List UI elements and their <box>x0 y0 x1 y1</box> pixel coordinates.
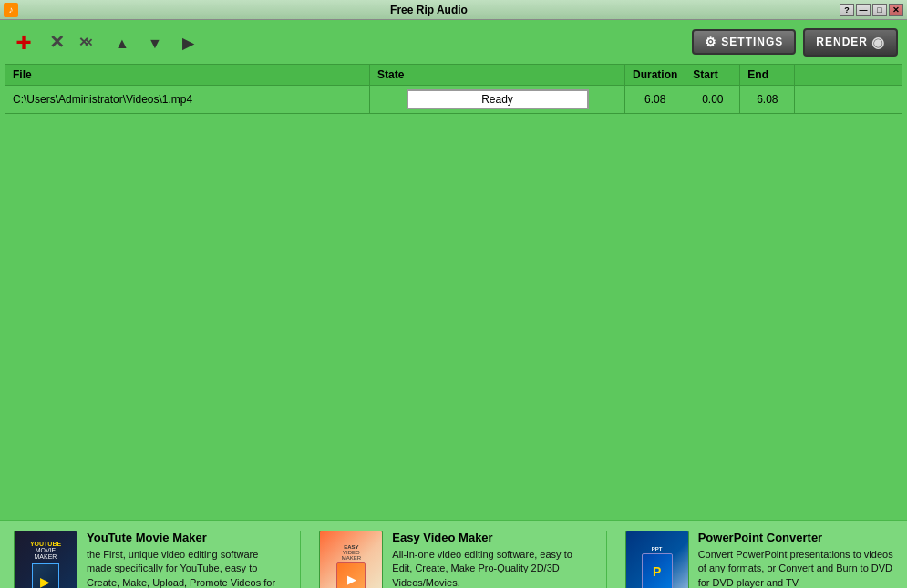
arrow-up-icon <box>115 32 129 53</box>
minimize-button[interactable]: — <box>856 4 871 16</box>
app-icon: ♪ <box>4 3 18 17</box>
ad-ppt-image: PPT P CONVERTER <box>625 531 689 588</box>
maximize-button[interactable]: □ <box>872 4 887 16</box>
toolbar-left: + ✕ ✕✕ <box>9 27 202 57</box>
toolbar-right: ⚙ Settings Render ◉ <box>692 28 898 57</box>
file-table: File State Duration Start End C:\Users\A… <box>5 64 902 114</box>
ad-video-text: Easy Video Maker All-in-one video editin… <box>392 531 587 588</box>
ad-divider-2 <box>606 531 607 588</box>
render-button[interactable]: Render ◉ <box>803 28 898 57</box>
title-bar-controls: ? — □ ✕ <box>840 4 903 16</box>
col-state: State <box>370 65 625 86</box>
ad-video-desc: All-in-one video editing software, easy … <box>392 548 587 588</box>
ad-ppt-title: PowerPoint Converter <box>698 531 893 544</box>
add-file-button[interactable]: + <box>9 27 38 57</box>
state-cell: Ready <box>370 86 625 114</box>
help-button[interactable]: ? <box>840 4 854 16</box>
render-icon: ◉ <box>871 34 885 51</box>
delete-all-button[interactable]: ✕✕ <box>75 27 104 57</box>
ad-ppt-text: PowerPoint Converter Convert PowerPoint … <box>698 531 893 588</box>
close-button[interactable]: ✕ <box>889 4 903 16</box>
ads-area: YOUTUBE MOVIE MAKER ▶ YouTute Movie Make… <box>0 520 907 588</box>
col-extra <box>795 65 902 86</box>
gear-icon: ⚙ <box>705 35 717 49</box>
ad-ppt[interactable]: PPT P CONVERTER PowerPoint Converter Con… <box>625 531 893 588</box>
delete-icon: ✕ <box>49 31 65 53</box>
play-button[interactable] <box>173 27 202 57</box>
state-box: Ready <box>407 89 589 109</box>
ad-video-title: Easy Video Maker <box>392 531 587 544</box>
col-end: End <box>740 65 795 86</box>
app-title: Free Rip Audio <box>18 4 840 16</box>
ad-youtube-desc: the First, unique video editing software… <box>87 548 282 588</box>
table-row[interactable]: C:\Users\Administrator\Videos\1.mp4 Read… <box>5 86 902 114</box>
plus-icon: + <box>15 28 32 56</box>
move-down-button[interactable] <box>140 27 170 57</box>
main-area: File State Duration Start End C:\Users\A… <box>0 64 907 520</box>
ad-youtube-title: YouTute Movie Maker <box>87 531 282 544</box>
settings-label: Settings <box>721 36 783 48</box>
end-cell: 6.08 <box>740 86 795 114</box>
ad-youtube-image: YOUTUBE MOVIE MAKER ▶ <box>14 531 77 588</box>
settings-button[interactable]: ⚙ Settings <box>692 29 796 55</box>
file-cell: C:\Users\Administrator\Videos\1.mp4 <box>5 86 370 114</box>
col-start: Start <box>685 65 740 86</box>
title-bar: ♪ Free Rip Audio ? — □ ✕ <box>0 0 907 20</box>
move-up-button[interactable] <box>108 27 137 57</box>
play-icon <box>182 32 193 53</box>
arrow-down-icon <box>148 32 162 53</box>
start-cell: 0.00 <box>685 86 740 114</box>
toolbar: + ✕ ✕✕ ⚙ Settings Re <box>0 20 907 64</box>
table-header-row: File State Duration Start End <box>5 65 902 86</box>
ad-youtube[interactable]: YOUTUBE MOVIE MAKER ▶ YouTute Movie Make… <box>14 531 282 588</box>
extra-cell <box>795 86 902 114</box>
ad-ppt-desc: Convert PowerPoint presentations to vide… <box>698 548 893 588</box>
ad-video[interactable]: EASY VIDEO MAKER ▶ Easy Video Maker All-… <box>319 531 587 588</box>
delete-all-icon: ✕✕ <box>78 35 100 49</box>
title-bar-left: ♪ <box>4 3 18 17</box>
ad-youtube-text: YouTute Movie Maker the First, unique vi… <box>87 531 282 588</box>
delete-button[interactable]: ✕ <box>42 27 71 57</box>
duration-cell: 6.08 <box>625 86 685 114</box>
ad-video-image: EASY VIDEO MAKER ▶ <box>319 531 383 588</box>
col-duration: Duration <box>625 65 685 86</box>
col-file: File <box>5 65 370 86</box>
ad-divider-1 <box>300 531 301 588</box>
render-label: Render <box>816 36 868 48</box>
